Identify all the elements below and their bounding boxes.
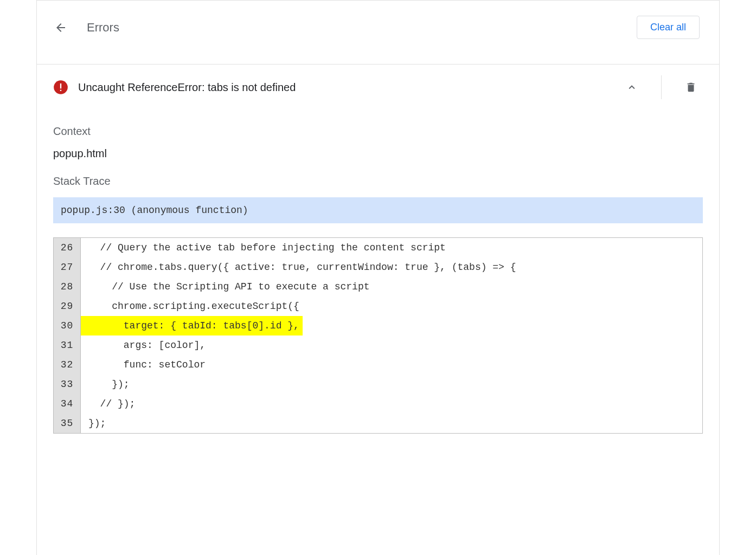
action-divider	[661, 75, 662, 99]
errors-panel: Errors Clear all Uncaught ReferenceError…	[36, 0, 720, 555]
code-line: 30 target: { tabId: tabs[0].id },	[54, 316, 702, 335]
svg-rect-2	[60, 90, 61, 91]
clear-all-button[interactable]: Clear all	[637, 16, 700, 39]
error-row: Uncaught ReferenceError: tabs is not def…	[37, 64, 719, 110]
header: Errors Clear all	[37, 1, 719, 54]
line-code: // Query the active tab before injecting…	[81, 238, 702, 257]
line-number: 31	[54, 335, 81, 355]
code-snippet: 26 // Query the active tab before inject…	[53, 237, 703, 434]
line-number: 32	[54, 355, 81, 375]
line-number: 29	[54, 296, 81, 316]
line-number: 28	[54, 277, 81, 296]
chevron-up-icon	[626, 81, 638, 93]
arrow-left-icon	[54, 21, 67, 34]
code-line: 31 args: [color],	[54, 335, 702, 355]
line-code: // });	[81, 394, 702, 414]
error-detail: Context popup.html Stack Trace popup.js:…	[37, 125, 719, 450]
code-line: 35});	[54, 414, 702, 433]
page-title: Errors	[87, 21, 119, 35]
code-line: 27 // chrome.tabs.query({ active: true, …	[54, 257, 702, 277]
collapse-button[interactable]	[620, 75, 644, 99]
line-number: 26	[54, 238, 81, 257]
error-message: Uncaught ReferenceError: tabs is not def…	[78, 81, 610, 94]
line-code: // chrome.tabs.query({ active: true, cur…	[81, 257, 702, 277]
delete-button[interactable]	[679, 75, 703, 99]
line-code: target: { tabId: tabs[0].id },	[81, 316, 303, 335]
line-code: });	[81, 414, 702, 433]
stack-frame[interactable]: popup.js:30 (anonymous function)	[53, 197, 703, 223]
line-code: func: setColor	[81, 355, 702, 375]
line-code: });	[81, 375, 702, 394]
line-number: 34	[54, 394, 81, 414]
line-number: 35	[54, 414, 81, 433]
context-value: popup.html	[53, 147, 703, 160]
header-left: Errors	[50, 17, 119, 38]
code-line: 28 // Use the Scripting API to execute a…	[54, 277, 702, 296]
line-code: args: [color],	[81, 335, 702, 355]
svg-rect-1	[60, 83, 61, 88]
line-code: chrome.scripting.executeScript({	[81, 296, 702, 316]
code-line: 32 func: setColor	[54, 355, 702, 375]
line-code: // Use the Scripting API to execute a sc…	[81, 277, 702, 296]
code-line: 29 chrome.scripting.executeScript({	[54, 296, 702, 316]
stack-trace-label: Stack Trace	[53, 175, 703, 188]
trash-icon	[685, 81, 697, 93]
code-line: 26 // Query the active tab before inject…	[54, 238, 702, 257]
code-line: 34 // });	[54, 394, 702, 414]
error-icon	[53, 80, 68, 95]
code-line: 33 });	[54, 375, 702, 394]
context-label: Context	[53, 125, 703, 138]
line-number: 33	[54, 375, 81, 394]
back-button[interactable]	[50, 17, 72, 38]
line-number: 30	[54, 316, 81, 335]
line-number: 27	[54, 257, 81, 277]
